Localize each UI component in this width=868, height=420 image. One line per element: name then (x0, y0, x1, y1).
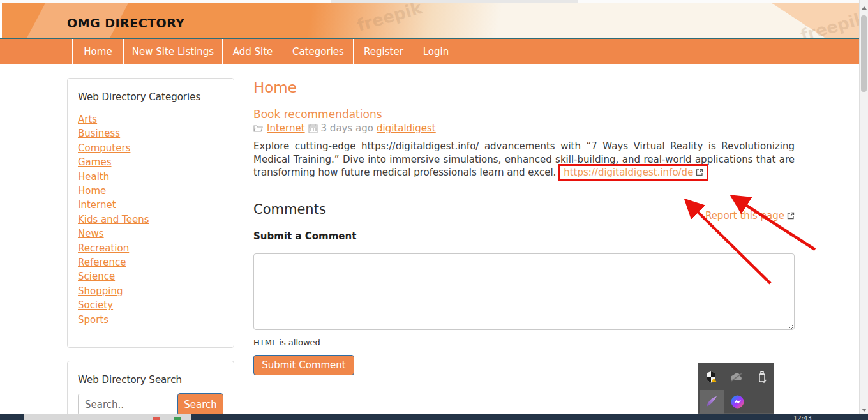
category-link-science[interactable]: Science (78, 271, 115, 282)
nav-item-add-site[interactable]: Add Site (222, 39, 283, 64)
list-item: Games (78, 155, 223, 169)
category-link-health[interactable]: Health (78, 171, 109, 183)
nav-item-categories[interactable]: Categories (283, 39, 353, 64)
nav-item-home[interactable]: Home (72, 39, 123, 64)
list-item: Computers (78, 141, 223, 155)
page-title: Home (253, 79, 297, 96)
taskbar-icon-green[interactable] (174, 417, 181, 420)
category-link-computers[interactable]: Computers (78, 142, 130, 154)
list-item: Shopping (78, 284, 223, 298)
screen: freepik freepik OMG DIRECTORY Home New S… (0, 0, 868, 420)
defender-alert-icon[interactable] (703, 370, 719, 385)
scrollbar-thumb[interactable] (861, 15, 867, 92)
main-nav: Home New Site Listings Add Site Categori… (0, 38, 859, 64)
scrollbar-up-arrow-icon[interactable] (862, 6, 867, 10)
list-item: Science (78, 269, 223, 283)
category-link-internet[interactable]: Internet (78, 199, 116, 211)
search-card: Web Directory Search Search (67, 361, 234, 418)
watermark-text: freepik (355, 3, 424, 35)
windows-taskbar[interactable]: 12:43 (0, 414, 868, 420)
list-item: Home (78, 184, 223, 198)
category-link-shopping[interactable]: Shopping (78, 285, 123, 297)
annotation-highlight-box: https://digitaldigest.info/de (558, 164, 708, 181)
category-link-home[interactable]: Home (78, 185, 106, 197)
categories-list: Arts Business Computers Games Health Hom… (78, 112, 223, 327)
list-item: Business (78, 126, 223, 140)
taskbar-clock: 12:43 (793, 415, 812, 420)
taskbar-app-segment[interactable] (24, 414, 191, 420)
submit-comment-button[interactable]: Submit Comment (253, 355, 354, 375)
category-link-games[interactable]: Games (78, 156, 111, 168)
list-item: Kids and Teens (78, 213, 223, 227)
scrollbar[interactable] (859, 0, 868, 414)
external-link-icon (787, 211, 795, 222)
messenger-icon[interactable] (730, 394, 745, 409)
list-item: Reference (78, 255, 223, 269)
list-item: Sports (78, 313, 223, 327)
post-date: 3 days ago (321, 123, 373, 134)
post-body: Explore cutting-edge https://digitaldige… (253, 140, 795, 180)
category-link-sports[interactable]: Sports (78, 314, 108, 326)
calendar-icon (308, 124, 318, 133)
external-link-icon (696, 167, 703, 180)
report-page-label: Report this page (705, 210, 784, 221)
post-meta: Internet 3 days ago digitaldigest (253, 123, 436, 134)
system-tray-popup (698, 363, 774, 414)
folder-icon (253, 124, 264, 133)
list-item: Health (78, 170, 223, 184)
list-item: Internet (78, 198, 223, 212)
list-item: Arts (78, 112, 223, 126)
scrollbar-down-arrow-icon[interactable] (862, 409, 867, 412)
taskbar-icon-red[interactable] (153, 417, 160, 420)
post-body-text: Explore cutting-edge https://digitaldige… (253, 140, 795, 178)
report-page-link[interactable]: Report this page (705, 210, 795, 222)
search-input[interactable] (78, 394, 177, 415)
search-title: Web Directory Search (78, 374, 223, 386)
html-allowed-note: HTML is allowed (253, 338, 320, 347)
nav-item-register[interactable]: Register (353, 39, 414, 64)
post-external-link[interactable]: https://digitaldigest.info/de (564, 167, 693, 178)
categories-card: Web Directory Categories Arts Business C… (67, 78, 234, 348)
search-row: Search (78, 394, 223, 416)
category-link-business[interactable]: Business (78, 128, 120, 139)
category-link-recreation[interactable]: Recreation (78, 243, 129, 254)
nav-item-login[interactable]: Login (414, 39, 458, 64)
list-item: News (78, 227, 223, 241)
comments-heading: Comments (253, 202, 326, 217)
list-item: Recreation (78, 241, 223, 255)
category-link-reference[interactable]: Reference (78, 257, 126, 268)
feather-pen-icon[interactable] (704, 394, 719, 409)
comment-textarea[interactable] (253, 253, 795, 330)
list-item: Society (78, 298, 223, 312)
category-link-arts[interactable]: Arts (78, 114, 97, 125)
category-link-news[interactable]: News (78, 228, 104, 239)
nav-item-new-site-listings[interactable]: New Site Listings (123, 39, 222, 64)
post-title-link[interactable]: Book recommendations (253, 108, 382, 121)
category-link-kids-and-teens[interactable]: Kids and Teens (78, 214, 149, 225)
cloud-offline-icon[interactable] (729, 370, 744, 385)
site-title: OMG DIRECTORY (67, 16, 185, 30)
category-link-society[interactable]: Society (78, 299, 113, 311)
site-header: freepik freepik OMG DIRECTORY (2, 3, 859, 38)
usb-safely-remove-icon[interactable] (754, 370, 770, 385)
search-button[interactable]: Search (177, 393, 223, 416)
post-category-link[interactable]: Internet (267, 123, 305, 134)
post-author-link[interactable]: digitaldigest (377, 123, 436, 134)
categories-title: Web Directory Categories (78, 91, 223, 103)
submit-comment-heading: Submit a Comment (253, 230, 356, 242)
